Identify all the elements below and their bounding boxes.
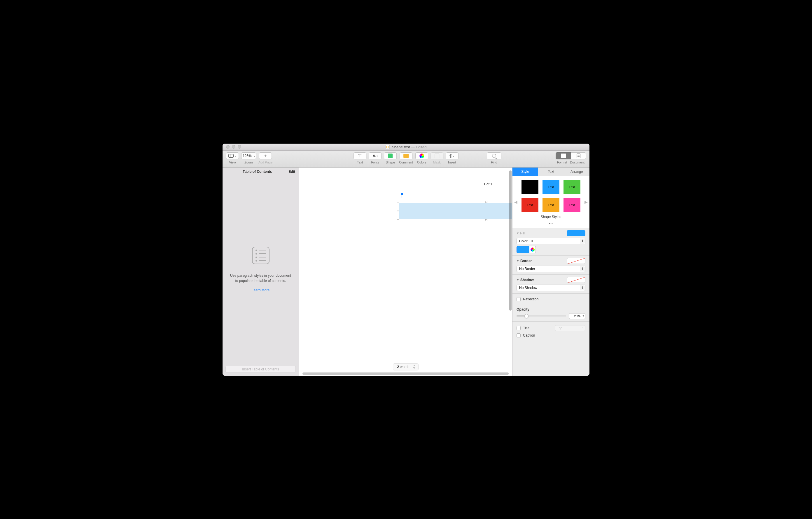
styles-next-button[interactable]: ▶ <box>583 200 589 204</box>
format-button[interactable] <box>556 153 571 159</box>
chevron-down-icon: ⌄ <box>453 155 455 157</box>
fill-color-wheel-button[interactable] <box>529 246 536 253</box>
colors-button[interactable] <box>415 153 428 159</box>
toolbar: ⌄ View 125%⌄ Zoom + Add Page TText AaFon… <box>223 151 589 168</box>
styles-prev-button[interactable]: ◀ <box>513 200 519 204</box>
color-wheel-icon <box>530 248 534 252</box>
document-label: Document <box>570 161 584 164</box>
opacity-input[interactable]: 20%▲▼ <box>569 313 585 319</box>
border-preview[interactable] <box>567 258 585 264</box>
title-checkbox[interactable] <box>517 326 521 330</box>
sidebar: Table of Contents Edit Use paragraph sty… <box>223 168 299 376</box>
mask-icon <box>435 154 439 158</box>
toc-icon <box>252 247 269 264</box>
toc-hint: Use paragraph styles in your document to… <box>228 273 293 283</box>
horizontal-scrollbar[interactable] <box>302 373 509 375</box>
learn-more-link[interactable]: Learn More <box>252 288 269 292</box>
vertical-scrollbar[interactable] <box>509 168 512 369</box>
close-icon[interactable] <box>226 145 230 148</box>
view-group: ⌄ View <box>226 153 239 164</box>
canvas[interactable]: 1 of 1 SLIDE 1 2 words <box>299 168 512 376</box>
document-icon <box>385 145 390 149</box>
title-pos-value: Top <box>557 326 562 330</box>
minimize-icon[interactable] <box>232 145 235 148</box>
fonts-button[interactable]: Aa <box>369 153 381 159</box>
resize-handle-s[interactable] <box>485 219 487 221</box>
dot-1[interactable] <box>549 223 550 224</box>
fill-preview[interactable] <box>567 230 585 236</box>
style-swatch-blue[interactable]: Text <box>543 180 559 194</box>
edit-button[interactable]: Edit <box>288 170 295 174</box>
disclosure-shadow[interactable]: ▼ <box>517 278 519 281</box>
resize-handle-n[interactable] <box>485 201 487 203</box>
insert-label: Insert <box>448 161 456 164</box>
text-button[interactable]: T <box>353 153 366 159</box>
fill-color-row <box>517 246 585 253</box>
zoom-group: 125%⌄ Zoom <box>241 153 256 164</box>
edited-status: — Edited <box>410 145 427 149</box>
doc-name: Shape test <box>392 145 410 149</box>
shape-label: Shape <box>385 161 395 164</box>
shape-styles-label: Shape Styles <box>513 215 589 219</box>
comment-icon <box>403 154 409 158</box>
style-swatch-green[interactable]: Text <box>563 180 580 194</box>
opacity-slider[interactable] <box>517 316 566 317</box>
slider-thumb[interactable] <box>524 314 528 318</box>
opacity-section: Opacity 20%▲▼ <box>513 305 589 321</box>
tab-arrange[interactable]: Arrange <box>564 168 589 176</box>
document-icon <box>577 154 580 158</box>
titlebar[interactable]: Shape test — Edited <box>223 144 589 151</box>
resize-handle-w[interactable] <box>397 210 399 212</box>
content: Table of Contents Edit Use paragraph sty… <box>223 168 589 376</box>
styles-grid: Text Text Text Text Text <box>513 180 589 212</box>
style-page-dots <box>513 220 589 225</box>
shadow-preview[interactable] <box>567 277 585 283</box>
format-doc-seg: FormatDocument <box>556 153 586 164</box>
zoom-button[interactable]: 125%⌄ <box>241 153 256 159</box>
shape-fill: SLIDE 1 <box>399 203 512 219</box>
caption-checkbox[interactable] <box>517 333 521 337</box>
text-cursor <box>402 194 402 198</box>
brush-icon <box>561 154 566 158</box>
text-icon: T <box>358 153 361 159</box>
zoom-window-icon[interactable] <box>238 145 241 148</box>
style-swatch-orange[interactable]: Text <box>543 198 559 212</box>
comment-label: Comment <box>399 161 413 164</box>
reflection-label: Reflection <box>523 297 539 301</box>
shadow-label: Shadow <box>520 278 566 282</box>
dot-2[interactable] <box>552 223 553 224</box>
title-position-dropdown: Top <box>555 325 585 331</box>
insert-button[interactable]: ¶⌄ <box>446 153 459 159</box>
fill-type-dropdown[interactable]: Color Fill▲▼ <box>517 238 585 244</box>
zoom-value: 125% <box>241 154 253 158</box>
shape-button[interactable] <box>384 153 397 159</box>
style-swatch-pink[interactable]: Text <box>563 198 580 212</box>
view-button[interactable]: ⌄ <box>226 153 239 159</box>
shadow-type-dropdown[interactable]: No Shadow▲▼ <box>517 284 585 291</box>
disclosure-fill[interactable]: ▼ <box>517 232 519 235</box>
resize-handle-sw[interactable] <box>397 219 399 221</box>
selected-shape[interactable]: SLIDE 1 <box>397 201 512 221</box>
toolbar-center: TText AaFonts Shape Comment Colors Mask … <box>353 153 459 164</box>
fill-color-chip[interactable] <box>517 246 529 253</box>
disclosure-border[interactable]: ▼ <box>517 260 519 263</box>
tab-style[interactable]: Style <box>513 168 538 176</box>
resize-handle-nw[interactable] <box>397 201 399 203</box>
style-swatch-red[interactable]: Text <box>522 198 539 212</box>
title-caption-section: Title Top Caption <box>513 321 589 341</box>
add-page-button[interactable]: + <box>259 153 272 159</box>
shape-styles-panel: ◀ ▶ Text Text Text Text Text Shape Style… <box>513 176 589 228</box>
reflection-checkbox[interactable] <box>517 297 521 301</box>
document-button[interactable] <box>571 153 586 159</box>
find-button[interactable] <box>487 153 501 159</box>
style-swatch-black[interactable] <box>522 180 539 194</box>
border-type-dropdown[interactable]: No Border▲▼ <box>517 266 585 272</box>
tab-text[interactable]: Text <box>538 168 564 176</box>
plus-icon: + <box>264 153 267 159</box>
sidebar-body: Use paragraph styles in your document to… <box>223 176 299 363</box>
mask-label: Mask <box>433 161 441 164</box>
chevron-down-icon: ⌄ <box>234 155 236 157</box>
fonts-label: Fonts <box>371 161 379 164</box>
comment-button[interactable] <box>400 153 412 159</box>
word-count[interactable]: 2 words <box>393 363 418 371</box>
